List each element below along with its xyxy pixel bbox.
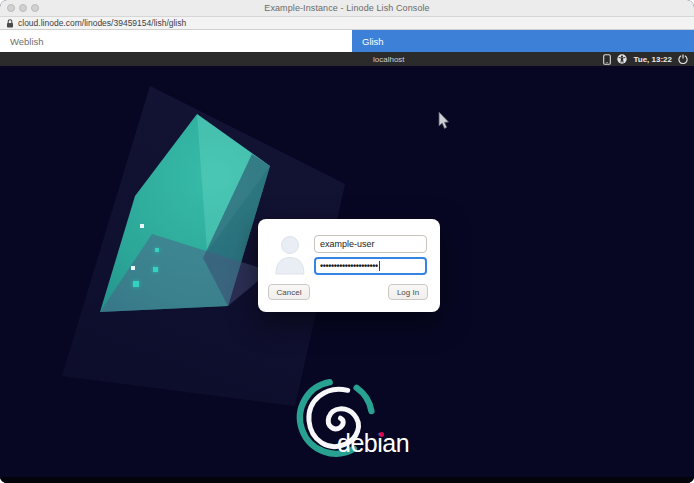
zoom-button[interactable] xyxy=(31,4,39,12)
glish-console-screen[interactable]: ••••••••••••••••••••• Cancel Log In debi… xyxy=(0,66,694,483)
debian-i-dot xyxy=(379,432,384,437)
mouse-cursor-arrow xyxy=(438,112,450,130)
minimize-button[interactable] xyxy=(19,4,27,12)
password-masked-value: ••••••••••••••••••••• xyxy=(320,261,378,271)
debian-wordmark: debian xyxy=(337,429,409,458)
titlebar: Example-Instance - Linode Lish Console xyxy=(0,0,694,17)
tab-weblish-label: Weblish xyxy=(10,36,44,47)
username-input[interactable] xyxy=(314,235,427,253)
close-button[interactable] xyxy=(7,4,15,12)
cancel-button[interactable]: Cancel xyxy=(268,284,310,300)
gnome-top-bar: localhost Tue, 13:22 xyxy=(0,52,694,66)
tab-glish[interactable]: Glish xyxy=(352,30,694,52)
tab-weblish[interactable]: Weblish xyxy=(0,30,352,52)
star-dot xyxy=(155,248,159,252)
star-dot xyxy=(133,281,139,287)
star-dot xyxy=(153,267,158,272)
password-input[interactable]: ••••••••••••••••••••• xyxy=(314,257,427,275)
window-title: Example-Instance - Linode Lish Console xyxy=(264,3,429,13)
lish-tab-bar: Weblish Glish xyxy=(0,30,694,52)
star-dot xyxy=(131,266,135,270)
user-avatar-icon xyxy=(272,234,308,276)
log-in-button[interactable]: Log In xyxy=(388,284,428,300)
browser-window: Example-Instance - Linode Lish Console c… xyxy=(0,0,694,483)
padlock-icon xyxy=(6,19,14,28)
status-area: Tue, 13:22 xyxy=(603,52,688,66)
tab-glish-label: Glish xyxy=(362,36,384,47)
url-text: cloud.linode.com/linodes/39459154/lish/g… xyxy=(18,18,186,28)
screen-letterbox xyxy=(0,477,694,483)
star-dot xyxy=(140,224,144,228)
login-dialog: ••••••••••••••••••••• Cancel Log In xyxy=(258,219,440,312)
accessibility-icon[interactable] xyxy=(617,54,627,64)
power-icon[interactable] xyxy=(678,54,688,64)
url-bar[interactable]: cloud.linode.com/linodes/39459154/lish/g… xyxy=(0,17,694,30)
tablet-icon[interactable] xyxy=(603,54,611,65)
traffic-lights xyxy=(7,4,39,12)
hostname-label: localhost xyxy=(373,55,405,64)
text-caret xyxy=(379,261,380,271)
clock-label[interactable]: Tue, 13:22 xyxy=(633,55,672,64)
